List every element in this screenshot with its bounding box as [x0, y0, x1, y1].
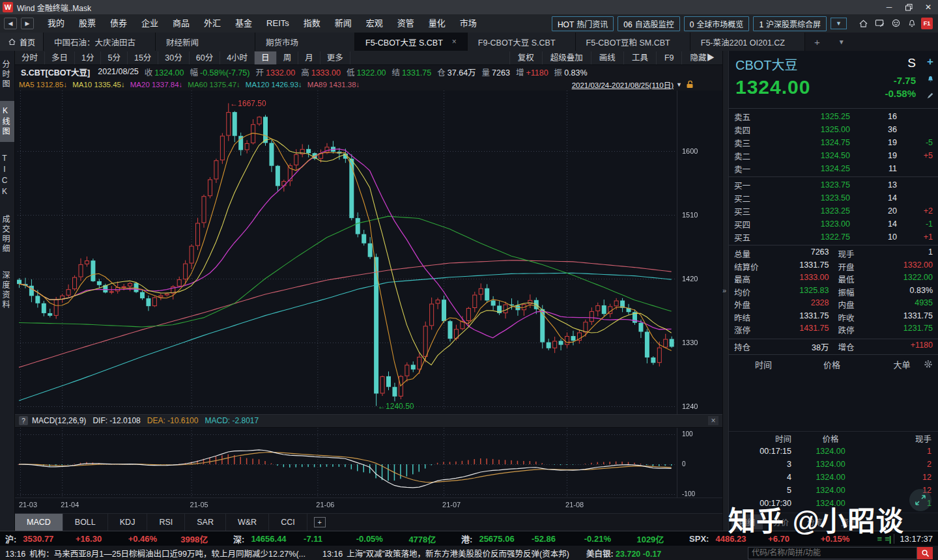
edit-note-icon[interactable] — [924, 87, 937, 104]
kline-canvas[interactable] — [15, 91, 722, 414]
chart-tool-button[interactable]: 画线 — [591, 51, 623, 64]
quick-access-button[interactable]: HOT热门资讯 — [552, 16, 614, 31]
menu-item[interactable]: 基金 — [228, 14, 259, 33]
index-value[interactable]: -0.05% — [356, 534, 409, 544]
menu-item[interactable]: 资管 — [390, 14, 421, 33]
period-button[interactable]: 更多 — [320, 51, 350, 64]
menu-item[interactable]: 商品 — [165, 14, 197, 33]
home-icon[interactable] — [856, 17, 870, 30]
notification-bell-icon[interactable] — [905, 17, 919, 30]
indicator-tab[interactable]: KDJ — [108, 514, 148, 531]
chart-tool-button[interactable]: 复权 — [509, 51, 542, 64]
macd-canvas[interactable] — [15, 428, 722, 497]
indicator-tab[interactable]: RSI — [147, 514, 185, 531]
chart-mode-item[interactable]: 分时图 — [0, 55, 14, 94]
symbol-search-input[interactable] — [748, 547, 917, 559]
index-value[interactable]: 3998亿 — [180, 533, 233, 545]
period-button[interactable]: 日 — [255, 51, 277, 64]
menu-item[interactable]: 我的 — [40, 14, 72, 33]
index-value[interactable]: 4778亿 — [408, 533, 461, 545]
alert-bell-icon[interactable] — [924, 70, 937, 87]
indicator-tab[interactable]: SAR — [185, 514, 226, 531]
menu-item[interactable]: 企业 — [134, 14, 165, 33]
menu-item[interactable]: 市场 — [453, 14, 484, 33]
quick-access-button[interactable]: 0全球市场概览 — [684, 16, 750, 31]
search-icon[interactable] — [917, 547, 933, 559]
expand-panel-icon[interactable] — [909, 489, 931, 511]
chart-tool-button[interactable]: 隐藏▶ — [681, 51, 722, 64]
index-value[interactable]: 14656.44 — [251, 534, 304, 544]
period-button[interactable]: 30分 — [158, 51, 189, 64]
chart-tool-button[interactable]: 工具 — [623, 51, 656, 64]
document-tab[interactable]: F5-CBOT大豆 S.CBT × — [355, 33, 468, 51]
document-tab[interactable]: 财经新闻 — [156, 33, 255, 51]
menu-item[interactable]: 股票 — [72, 14, 103, 33]
indicator-tab[interactable]: BOLL — [63, 514, 108, 531]
period-button[interactable]: 4小时 — [220, 51, 255, 64]
news-item[interactable]: 13:16机构：马来西亚8月1—25日棕榈油出口近99万吨，较上月同期减少12.… — [5, 547, 306, 559]
menu-item[interactable]: 宏观 — [359, 14, 390, 33]
f1-help-icon[interactable]: F1 — [921, 18, 933, 29]
add-watchlist-icon[interactable]: + — [924, 53, 937, 70]
index-value[interactable]: SPX: — [689, 534, 709, 544]
quick-dropdown-button[interactable]: ▼ — [831, 18, 847, 29]
period-button[interactable]: 月 — [298, 51, 320, 64]
index-value[interactable]: 沪: — [5, 533, 16, 545]
chart-tool-button[interactable]: F9 — [656, 51, 682, 64]
index-value[interactable]: -52.86 — [532, 534, 584, 544]
tab-close-icon[interactable]: × — [452, 37, 457, 46]
nav-back-button[interactable]: ◀ — [4, 18, 17, 29]
menu-item[interactable]: 债券 — [103, 14, 134, 33]
index-value[interactable]: -7.11 — [304, 534, 356, 544]
period-button[interactable]: 分时 — [15, 51, 45, 64]
document-tab[interactable]: F5-菜油2201 OI201.CZ — [690, 33, 805, 51]
period-button[interactable]: 1分 — [75, 51, 101, 64]
index-value[interactable]: +16.30 — [76, 534, 128, 544]
menu-item[interactable]: 新闻 — [328, 14, 359, 33]
nav-forward-button[interactable]: ▶ — [21, 18, 34, 29]
chart-tool-button[interactable]: 超级叠加 — [542, 51, 591, 64]
index-value[interactable]: 深: — [233, 533, 244, 545]
news-item[interactable]: 13:16上海“双减”政策落地，新东方港美股股价反而强势反弹(资本邦) — [322, 547, 569, 559]
indicator-tab[interactable]: W&R — [226, 514, 269, 531]
collapse-panel-icon[interactable]: » — [722, 287, 726, 294]
menu-item[interactable]: 外汇 — [197, 14, 228, 33]
chart-mode-item[interactable]: 成交明细 — [0, 210, 14, 259]
gear-icon[interactable] — [924, 359, 933, 371]
index-value[interactable]: 3530.77 — [23, 534, 76, 544]
restore-button[interactable] — [899, 0, 918, 14]
new-tab-button[interactable]: + — [805, 33, 829, 51]
chart-mode-item[interactable]: 深度资料 — [0, 266, 14, 315]
tab-home[interactable]: 首页 — [0, 33, 44, 51]
index-value[interactable]: 1029亿 — [636, 533, 689, 545]
index-value[interactable]: 25675.06 — [479, 534, 532, 544]
chat-icon[interactable] — [888, 17, 903, 30]
panel-divider[interactable]: » — [722, 51, 728, 531]
add-indicator-button[interactable]: + — [314, 514, 326, 531]
document-tab[interactable]: 期货市场 — [255, 33, 355, 51]
tab-list-dropdown[interactable]: ▼ — [829, 33, 854, 51]
indicator-tab[interactable]: MACD — [15, 514, 63, 531]
quick-access-button[interactable]: 1沪深股票综合屏 — [753, 16, 827, 31]
period-button[interactable]: 周 — [277, 51, 299, 64]
document-tab[interactable]: F9-CBOT大豆 S.CBT — [468, 33, 576, 51]
chart-mode-item[interactable]: TICK — [0, 148, 14, 203]
menu-item[interactable]: 指数 — [296, 14, 328, 33]
index-value[interactable]: -0.21% — [584, 534, 637, 544]
period-button[interactable]: 多日 — [45, 51, 75, 64]
period-button[interactable]: 5分 — [101, 51, 127, 64]
macd-close-icon[interactable]: × — [708, 416, 718, 425]
period-button[interactable]: 60分 — [190, 51, 220, 64]
menu-item[interactable]: REITs — [259, 14, 296, 33]
menu-item[interactable]: 量化 — [421, 14, 453, 33]
document-tab[interactable]: F5-CBOT豆粕 SM.CBT — [576, 33, 690, 51]
indicator-help-icon[interactable]: ? — [19, 416, 28, 425]
workspace-edit-icon[interactable] — [872, 17, 887, 30]
period-button[interactable]: 15分 — [128, 51, 158, 64]
document-tab[interactable]: 中国石油：大庆油田古 — [44, 33, 156, 51]
chart-mode-item[interactable]: K线图 — [0, 101, 14, 142]
close-button[interactable]: ✕ — [918, 0, 938, 14]
indicator-tab[interactable]: CCI — [269, 514, 307, 531]
date-range-control[interactable]: 2021/03/24-2021/08/25(110日) ▼ — [572, 79, 694, 90]
quick-access-button[interactable]: 06自选股监控 — [618, 16, 679, 31]
